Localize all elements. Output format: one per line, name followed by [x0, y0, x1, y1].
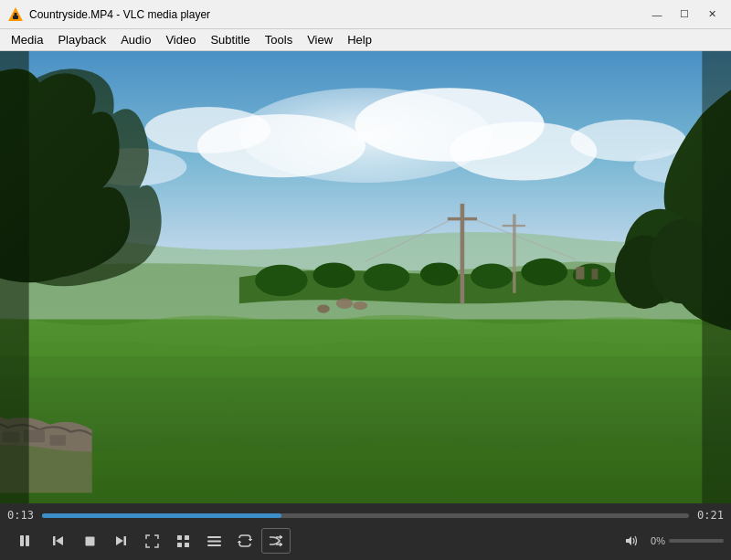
svg-rect-51 — [185, 543, 189, 547]
random-button[interactable] — [261, 528, 291, 554]
svg-rect-41 — [20, 535, 24, 546]
svg-rect-46 — [124, 536, 127, 545]
menu-item-view[interactable]: View — [300, 31, 340, 48]
svg-point-17 — [471, 264, 513, 290]
close-button[interactable]: ✕ — [700, 5, 724, 24]
playlist-icon — [207, 535, 221, 547]
svg-point-15 — [364, 264, 410, 291]
svg-rect-25 — [503, 225, 525, 227]
svg-point-14 — [313, 262, 355, 288]
svg-point-16 — [420, 262, 458, 285]
svg-rect-2 — [15, 13, 17, 17]
svg-rect-48 — [177, 535, 182, 540]
vlc-icon — [7, 6, 24, 23]
menu-item-playback[interactable]: Playback — [50, 31, 113, 48]
playlist-button[interactable] — [199, 528, 228, 554]
title-bar: Countryside.MP4 - VLC media player — ☐ ✕ — [0, 0, 731, 29]
loop-button[interactable] — [230, 528, 260, 554]
video-area — [0, 51, 731, 503]
buttons-row: 0% — [0, 523, 731, 560]
svg-rect-52 — [207, 536, 221, 538]
menu-item-tools[interactable]: Tools — [258, 31, 300, 48]
volume-icon — [625, 534, 640, 547]
seek-bar[interactable] — [42, 513, 689, 518]
svg-rect-43 — [53, 536, 56, 545]
window-title: Countryside.MP4 - VLC media player — [29, 8, 645, 21]
prev-button[interactable] — [44, 528, 73, 554]
svg-rect-45 — [85, 536, 94, 545]
menu-item-media[interactable]: Media — [4, 31, 50, 48]
stop-button[interactable] — [75, 528, 104, 554]
stop-icon — [84, 535, 96, 547]
next-icon — [114, 534, 127, 547]
controls-area: 0:13 0:21 — [0, 503, 731, 560]
svg-rect-53 — [207, 540, 221, 542]
menu-bar: MediaPlaybackAudioVideoSubtitleToolsView… — [0, 29, 731, 51]
svg-marker-44 — [56, 536, 63, 545]
svg-marker-57 — [626, 536, 631, 545]
volume-slider[interactable] — [669, 539, 724, 543]
progress-area: 0:13 0:21 — [0, 503, 731, 523]
volume-area: 0% — [625, 534, 724, 547]
fullscreen-icon — [145, 534, 159, 548]
svg-rect-54 — [207, 544, 221, 546]
extended-icon — [176, 534, 190, 548]
svg-point-37 — [353, 301, 367, 310]
next-button[interactable] — [106, 528, 135, 554]
svg-rect-21 — [448, 217, 477, 220]
menu-item-video[interactable]: Video — [158, 31, 203, 48]
menu-item-subtitle[interactable]: Subtitle — [203, 31, 257, 48]
minimize-button[interactable]: — — [645, 5, 669, 24]
pause-icon — [17, 534, 32, 548]
fullscreen-button[interactable] — [137, 528, 166, 554]
svg-rect-35 — [592, 269, 599, 280]
current-time: 0:13 — [7, 509, 37, 522]
svg-point-13 — [255, 265, 308, 297]
volume-label: 0% — [643, 535, 665, 546]
random-icon — [269, 534, 283, 547]
svg-rect-40 — [702, 51, 731, 503]
play-pause-button[interactable] — [7, 527, 42, 555]
svg-point-8 — [144, 107, 270, 153]
prev-icon — [52, 534, 65, 547]
seek-progress — [42, 513, 281, 518]
svg-marker-47 — [116, 536, 123, 545]
svg-point-38 — [317, 304, 330, 312]
svg-rect-42 — [26, 535, 29, 546]
svg-point-18 — [521, 259, 567, 286]
svg-rect-30 — [50, 435, 66, 446]
maximize-button[interactable]: ☐ — [673, 5, 696, 24]
svg-rect-39 — [0, 51, 29, 503]
window-controls: — ☐ ✕ — [645, 5, 724, 24]
menu-item-help[interactable]: Help — [340, 31, 379, 48]
loop-icon — [238, 534, 252, 547]
total-time: 0:21 — [694, 509, 724, 522]
extended-button[interactable] — [168, 528, 197, 554]
svg-rect-49 — [185, 535, 189, 540]
svg-rect-34 — [576, 267, 584, 280]
svg-rect-50 — [177, 543, 182, 547]
svg-point-36 — [336, 299, 353, 310]
svg-point-7 — [450, 122, 597, 180]
menu-item-audio[interactable]: Audio — [113, 31, 158, 48]
